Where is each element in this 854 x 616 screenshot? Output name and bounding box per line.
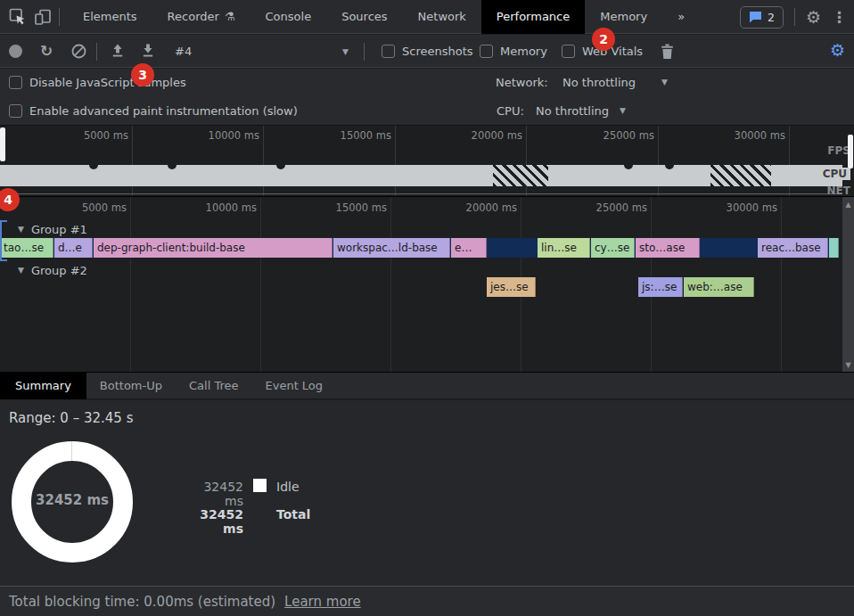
record-button[interactable] bbox=[9, 45, 22, 58]
trash-icon[interactable] bbox=[660, 44, 675, 60]
net-lane-label: NET bbox=[827, 185, 850, 197]
tab-network[interactable]: Network bbox=[403, 0, 481, 34]
group-header-1[interactable]: ▼Group #1 bbox=[18, 220, 87, 238]
chat-count: 2 bbox=[768, 11, 775, 24]
network-throttle-select[interactable]: No throttling bbox=[562, 76, 636, 89]
devtools-window: Elements Recorder⚗ Console Sources Netwo… bbox=[0, 0, 854, 616]
ruler-gridline bbox=[395, 126, 396, 197]
tab-summary[interactable]: Summary bbox=[0, 373, 86, 399]
device-toolbar-icon[interactable] bbox=[34, 8, 52, 26]
scroll-down-icon[interactable]: ▼ bbox=[842, 361, 854, 369]
learn-more-link[interactable]: Learn more bbox=[284, 594, 361, 610]
inspect-icon[interactable] bbox=[9, 8, 27, 26]
flame-scrollbar[interactable]: ▲ ▼ bbox=[842, 197, 854, 372]
network-throttle-label: Network: bbox=[496, 76, 548, 89]
cpu-dip-notch bbox=[276, 165, 285, 169]
net-activity-line bbox=[0, 193, 842, 194]
ruler-tick-label: 10000 ms bbox=[168, 201, 257, 214]
tab-console[interactable]: Console bbox=[250, 0, 327, 34]
overview-right-handle[interactable] bbox=[848, 135, 853, 168]
flame-bar[interactable]: e… bbox=[451, 238, 487, 258]
history-caret-icon[interactable]: ▼ bbox=[342, 47, 349, 56]
flame-bar[interactable]: reac…base bbox=[758, 238, 828, 258]
flame-chart[interactable]: 5000 ms10000 ms15000 ms20000 ms25000 ms3… bbox=[0, 196, 854, 372]
disable-js-samples-label: Disable JavaScript samples bbox=[29, 76, 186, 89]
tab-call-tree[interactable]: Call Tree bbox=[176, 373, 252, 399]
settings-gear-icon[interactable]: ⚙ bbox=[806, 9, 821, 26]
flame-bar[interactable]: lin…se bbox=[538, 238, 590, 258]
clear-icon[interactable] bbox=[71, 44, 86, 59]
tab-event-log[interactable]: Event Log bbox=[251, 373, 336, 399]
load-profile-icon[interactable] bbox=[111, 44, 125, 58]
ruler-tick-label: 5000 ms bbox=[37, 201, 127, 214]
ruler-tick-label: 15000 ms bbox=[298, 201, 387, 214]
ruler-gridline bbox=[390, 197, 391, 372]
tab-recorder[interactable]: Recorder⚗ bbox=[152, 0, 250, 34]
ruler-tick-label: 30000 ms bbox=[696, 129, 785, 142]
advanced-paint-checkbox[interactable] bbox=[9, 104, 22, 118]
advanced-paint-label: Enable advanced paint instrumentation (s… bbox=[29, 104, 298, 118]
flame-bar[interactable]: web:…ase bbox=[684, 277, 754, 297]
more-options-icon[interactable]: ⋮ bbox=[832, 8, 847, 26]
screenshots-checkbox[interactable] bbox=[382, 45, 395, 58]
memory-checkbox[interactable] bbox=[480, 45, 493, 58]
timeline-overview[interactable]: 5000 ms10000 ms15000 ms20000 ms25000 ms3… bbox=[0, 125, 854, 196]
reload-and-record-icon[interactable]: ↻ bbox=[40, 42, 53, 60]
legend-idle-swatch bbox=[253, 479, 267, 492]
screenshots-label: Screenshots bbox=[402, 35, 473, 68]
ruler-gridline bbox=[260, 197, 261, 372]
flame-bar[interactable]: jes…se bbox=[487, 277, 536, 297]
flame-bar[interactable] bbox=[829, 238, 839, 258]
save-profile-icon[interactable] bbox=[141, 44, 155, 58]
selection-bracket bbox=[0, 220, 7, 261]
more-tabs-chevron[interactable]: » bbox=[662, 0, 700, 34]
flame-bar[interactable]: js:…se bbox=[638, 277, 683, 297]
collapse-triangle-icon: ▼ bbox=[18, 225, 24, 234]
ruler-tick-label: 25000 ms bbox=[565, 129, 654, 142]
ruler-tick-label: 30000 ms bbox=[688, 201, 777, 214]
cpu-hatch-region bbox=[493, 165, 548, 186]
tab-bottom-up[interactable]: Bottom-Up bbox=[86, 373, 176, 399]
ruler-tick-label: 20000 ms bbox=[433, 129, 522, 142]
overview-left-handle[interactable] bbox=[0, 127, 5, 161]
disable-js-samples-checkbox[interactable] bbox=[9, 76, 22, 89]
cpu-throttle-caret-icon[interactable]: ▼ bbox=[620, 106, 626, 115]
divider bbox=[794, 8, 795, 26]
cpu-dip-notch bbox=[665, 165, 674, 169]
ruler-gridline bbox=[658, 126, 659, 197]
network-throttle-caret-icon[interactable]: ▼ bbox=[661, 78, 668, 86]
group-label: Group #2 bbox=[31, 264, 87, 277]
flame-bar[interactable]: tao…se bbox=[0, 238, 53, 258]
history-select[interactable]: #4 bbox=[175, 35, 192, 68]
ruler-tick-label: 20000 ms bbox=[428, 201, 517, 214]
collapse-triangle-icon: ▼ bbox=[18, 266, 24, 275]
cpu-throttle-select[interactable]: No throttling bbox=[536, 104, 609, 118]
legend-total-label: Total bbox=[276, 507, 310, 522]
donut-total-label: 32452 ms bbox=[12, 492, 133, 508]
annotation-badge-3: 3 bbox=[131, 63, 154, 86]
divider bbox=[364, 43, 365, 61]
range-text: Range: 0 – 32.45 s bbox=[9, 410, 133, 426]
total-blocking-time-text: Total blocking time: 0.00ms (estimated) bbox=[9, 594, 275, 610]
tab-sources[interactable]: Sources bbox=[326, 0, 402, 34]
ruler-gridline bbox=[526, 126, 527, 197]
ruler-gridline bbox=[263, 126, 264, 197]
capture-settings-gear-icon[interactable]: ⚙ bbox=[830, 42, 845, 59]
summary-panel: Range: 0 – 32.45 s 32452 ms 32452 ms Idl… bbox=[0, 400, 854, 586]
feedback-chat-button[interactable]: 2 bbox=[740, 6, 784, 29]
tab-performance[interactable]: Performance bbox=[481, 0, 585, 34]
flame-bar[interactable]: workspac…ld-base bbox=[333, 238, 450, 258]
ruler-gridline bbox=[789, 126, 790, 197]
flame-bar[interactable]: d…e bbox=[54, 238, 93, 258]
scroll-up-icon[interactable]: ▲ bbox=[842, 201, 854, 209]
memory-label: Memory bbox=[500, 35, 547, 68]
tab-elements[interactable]: Elements bbox=[68, 0, 152, 34]
flame-bar[interactable]: cy…se bbox=[591, 238, 635, 258]
cpu-activity-strip bbox=[0, 165, 842, 186]
web-vitals-checkbox[interactable] bbox=[562, 45, 575, 58]
devtools-tabbar: Elements Recorder⚗ Console Sources Netwo… bbox=[0, 0, 854, 34]
flame-bar[interactable]: sto…ase bbox=[636, 238, 700, 258]
flame-bar[interactable]: dep-graph-client:build-base bbox=[94, 238, 333, 258]
group-header-2[interactable]: ▼Group #2 bbox=[18, 261, 87, 279]
ruler-tick-label: 25000 ms bbox=[558, 201, 647, 214]
